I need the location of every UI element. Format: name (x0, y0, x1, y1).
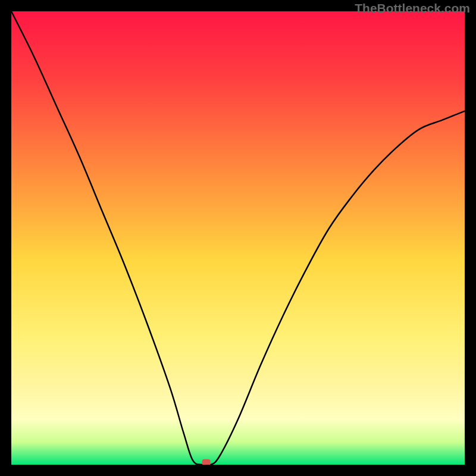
watermark-text: TheBottleneck.com (355, 1, 470, 15)
gradient-background (11, 11, 465, 465)
optimum-marker (202, 459, 211, 465)
chart-svg (11, 11, 465, 465)
chart-container: TheBottleneck.com (0, 0, 476, 476)
plot-area (11, 11, 465, 465)
